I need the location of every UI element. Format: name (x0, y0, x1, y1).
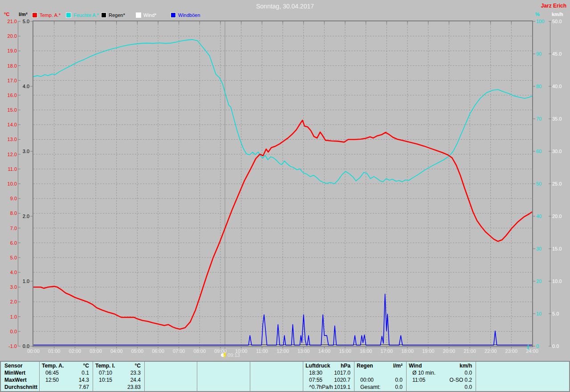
table-row (354, 369, 406, 376)
table-row: 07:1023.3 (93, 369, 144, 376)
table-cell: 1019.1 (334, 384, 350, 391)
x-tick-label: 22:00 (484, 348, 497, 354)
x-tick-label: 15:00 (339, 348, 351, 354)
table-row (250, 362, 303, 369)
table-cell: km/h (460, 362, 472, 369)
weather-app-window: Sonntag, 30.04.2017 Jarz Erich °C l/m² %… (0, 0, 570, 392)
table-row (476, 362, 569, 369)
table-row: Durchschnitt (1, 384, 39, 391)
x-tick-label: 04:00 (110, 348, 123, 354)
x-tick-label: 10:00 (235, 348, 248, 354)
table-row (197, 384, 250, 391)
tick-label-temp: 1.0 (10, 314, 17, 319)
table-row (476, 369, 569, 376)
table-cell: 0.0 (395, 384, 403, 391)
table-row: 12:5014.3 (40, 376, 93, 384)
table-column-spare-1 (145, 362, 197, 391)
tick-label-wind: 25.0 (552, 181, 562, 186)
x-tick-label: 03:00 (90, 348, 102, 354)
table-row: LuftdruckhPa (303, 362, 354, 369)
table-cell: °C (135, 362, 141, 369)
table-column-spare-3 (250, 362, 303, 391)
table-row: 0.0 (407, 384, 476, 391)
tick-label-wind: 50.0 (552, 19, 562, 24)
weather-chart: 09:1321.020.019.018.017.016.015.014.013.… (0, 0, 570, 361)
table-cell: 12:50 (42, 376, 59, 384)
x-tick-label: 23:00 (505, 348, 518, 354)
table-row (145, 376, 197, 384)
tick-label-temp: 16.0 (8, 93, 17, 98)
tick-label-humidity: 50 (536, 181, 542, 186)
tick-label-wind: 45.0 (552, 51, 562, 57)
tick-label-temp: 15.0 (8, 107, 17, 113)
x-tick-label: 20:00 (443, 348, 456, 354)
table-cell: 24.4 (130, 376, 141, 384)
tick-label-humidity: 30 (536, 246, 542, 251)
x-tick-label: 09:00 (214, 348, 227, 354)
grid-lines (33, 21, 532, 346)
table-cell: 18:30 (305, 369, 322, 376)
table-row: MaxWert (1, 376, 39, 384)
tick-label-rain: 2.0 (23, 214, 29, 219)
table-row: Temp. A.°C (40, 362, 93, 369)
table-row (145, 362, 197, 369)
table-column-temp-i: Temp. I.°C07:1023.310:1524.423.83 (93, 362, 145, 391)
table-column-spare-4 (476, 362, 569, 391)
x-tick-label: 01:00 (48, 348, 61, 354)
x-tick-label: 13:00 (297, 348, 310, 354)
table-cell: O-SO 0.2 (449, 376, 472, 384)
table-row (197, 369, 250, 376)
tick-label-temp: 17.0 (8, 78, 17, 83)
table-cell (147, 376, 151, 384)
table-row (145, 369, 197, 376)
table-cell: 0.0 (395, 376, 403, 384)
table-cell: hPa (341, 362, 350, 369)
table-cell: Regen (357, 362, 373, 369)
table-cell: Wind (409, 362, 422, 369)
tick-label-temp: 7.0 (10, 226, 17, 231)
table-cell: 00:00 (357, 376, 374, 384)
tick-label-rain: 1.0 (23, 279, 29, 284)
table-cell: l/m² (393, 362, 403, 369)
table-cell: Temp. I. (95, 362, 115, 369)
tick-label-humidity: 20 (536, 279, 542, 284)
table-row (476, 376, 569, 384)
table-row (250, 384, 303, 391)
tick-label-humidity: 90 (536, 51, 542, 57)
tick-label-temp: 5.0 (10, 255, 17, 260)
table-row: 10:1524.4 (93, 376, 144, 384)
tick-label-wind: 15.0 (552, 246, 562, 251)
table-cell (95, 384, 99, 391)
tick-label-wind: 20.0 (552, 214, 562, 219)
table-row: 23.83 (93, 384, 144, 391)
tick-label-rain: 5.0 (23, 19, 29, 24)
tick-label-temp: 19.0 (8, 48, 17, 53)
table-cell: Temp. A. (42, 362, 64, 369)
table-column-luftdruck: LuftdruckhPa18:301017.007:551020.7^0.7hP… (303, 362, 354, 391)
tick-label-wind: 35.0 (552, 116, 562, 121)
tick-label-temp: 11.0 (8, 166, 17, 172)
table-column-spare-2 (197, 362, 250, 391)
table-row: ^0.7hPa/h1019.1 (303, 384, 354, 391)
tick-label-humidity: 40 (536, 214, 542, 219)
tick-label-temp: 2.0 (10, 299, 17, 304)
table-cell: °C (83, 362, 89, 369)
tick-label-rain: 3.0 (23, 149, 29, 154)
table-row (197, 376, 250, 384)
table-cell (252, 384, 256, 391)
x-tick-label: 21:00 (464, 348, 476, 354)
tick-label-temp: 10.0 (8, 181, 17, 186)
table-cell: Sensor (3, 362, 23, 369)
table-cell: 23.83 (127, 384, 141, 391)
daylight-marker: 09:13 (221, 21, 240, 359)
tick-label-temp: 12.0 (8, 152, 17, 157)
x-tick-label: 19:00 (422, 348, 435, 354)
x-tick-label: 07:00 (173, 348, 185, 354)
table-cell: 06:45 (42, 369, 59, 376)
tick-label-temp: 21.0 (8, 19, 17, 24)
x-tick-label: 12:00 (277, 348, 289, 354)
table-cell (147, 369, 151, 376)
table-column-regen: Regenl/m²00:000.0Gesamt:0.0 (354, 362, 407, 391)
x-tick-label: 14:00 (318, 348, 331, 354)
table-cell: 11:05 (409, 376, 425, 384)
